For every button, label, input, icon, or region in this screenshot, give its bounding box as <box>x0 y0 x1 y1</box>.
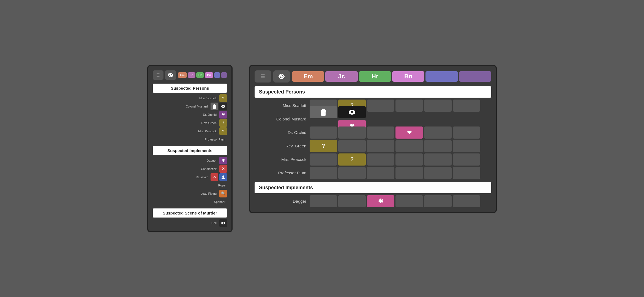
svg-point-7 <box>222 175 224 177</box>
large-cell-pp-6[interactable] <box>453 167 480 179</box>
large-cell-rg-jc[interactable] <box>338 140 366 152</box>
small-implements-section: Suspected Implements Dagger ✱ Candlestic… <box>153 146 227 206</box>
large-tab-em[interactable]: Em <box>292 71 324 82</box>
large-cell-rg-5[interactable] <box>424 140 452 152</box>
large-cell-da-bn[interactable] <box>395 195 423 207</box>
small-cell-colonel-mustard-hr[interactable] <box>219 103 227 110</box>
large-persons-section: Suspected Persons Miss Scarlett ? <box>255 86 491 179</box>
large-implements-rows: Dagger ✱ <box>255 195 491 208</box>
large-cell-pp-hr[interactable] <box>367 167 394 179</box>
small-label-dr-orchid: Dr. Orchid <box>153 113 218 116</box>
small-cell-lead-piping-em[interactable]: 🔍 <box>219 190 227 197</box>
large-tab-5[interactable] <box>425 71 458 82</box>
large-tab-6[interactable] <box>459 71 491 82</box>
large-cell-do-em[interactable] <box>310 127 337 139</box>
large-cell-mp-hr[interactable] <box>367 153 394 166</box>
large-label-rev-green: Rev. Green <box>255 144 310 148</box>
small-row-professor-plum: Professor Plum <box>153 136 227 143</box>
large-cell-mp-6[interactable] <box>453 153 480 166</box>
small-label-colonel-mustard: Colonel Mustard <box>153 105 209 108</box>
small-row-colonel-mustard: Colonel Mustard <box>153 103 227 110</box>
large-cell-pp-5[interactable] <box>424 167 452 179</box>
large-cell-do-bn[interactable]: ❤ <box>395 127 423 139</box>
large-cell-mp-em[interactable] <box>310 153 337 166</box>
large-cell-cm-em[interactable] <box>310 106 337 118</box>
large-cell-rg-bn[interactable] <box>395 140 423 152</box>
small-persons-header: Suspected Persons <box>153 84 227 93</box>
large-cell-da-hr[interactable]: ✱ <box>367 195 394 207</box>
large-label-dr-orchid: Dr. Orchid <box>255 130 310 135</box>
large-cell-mp-bn[interactable] <box>395 153 423 166</box>
svg-point-6 <box>223 106 223 107</box>
small-tab-5[interactable] <box>214 72 220 78</box>
large-tab-hr[interactable]: Hr <box>359 71 391 82</box>
small-label-lead-piping: Lead Piping <box>153 192 218 195</box>
large-label-professor-plum: Professor Plum <box>255 170 310 175</box>
large-cell-pp-jc[interactable] <box>338 167 366 179</box>
svg-point-17 <box>352 112 353 112</box>
large-cell-rg-hr[interactable] <box>367 140 394 152</box>
large-cell-da-6[interactable] <box>453 195 480 207</box>
large-label-mrs-peacock: Mrs. Peacock <box>255 157 310 162</box>
small-row-rev-green: Rev. Green ? <box>153 119 227 127</box>
small-cell-colonel-mustard-em[interactable] <box>211 103 218 110</box>
small-cell-mrs-peacock-jc[interactable]: ? <box>219 127 227 135</box>
small-menu-button[interactable]: ☰ <box>153 70 163 80</box>
small-tab-em[interactable]: Em <box>178 72 187 78</box>
large-menu-button[interactable]: ☰ <box>255 70 271 82</box>
large-cell-do-jc[interactable] <box>338 127 366 139</box>
large-row-dr-orchid: Dr. Orchid ❤ <box>255 126 491 139</box>
small-cell-miss-scarlett-em[interactable]: ? <box>219 94 227 102</box>
large-row-dagger: Dagger ✱ <box>255 195 491 208</box>
large-cell-pp-em[interactable] <box>310 167 337 179</box>
large-cell-mp-5[interactable] <box>424 153 452 166</box>
large-cell-da-jc[interactable] <box>338 195 366 207</box>
small-label-candlestick: Candlestick <box>153 167 218 170</box>
large-cell-da-em[interactable] <box>310 195 337 207</box>
small-label-revolver: Revolver <box>153 175 209 179</box>
small-cell-hall-em[interactable] <box>219 219 227 227</box>
small-persons-rows: Miss Scarlett ? Colonel Mustard Dr. Orch… <box>153 94 227 143</box>
small-toolbar: ☰ Em Jc Hr Bn <box>153 70 227 80</box>
large-cells-dagger: ✱ <box>310 195 491 207</box>
small-label-miss-scarlett: Miss Scarlett <box>153 97 218 100</box>
small-row-miss-scarlett: Miss Scarlett ? <box>153 94 227 102</box>
large-cell-mp-jc[interactable]: ? <box>338 153 366 166</box>
large-implements-section: Suspected Implements Dagger ✱ <box>255 182 491 208</box>
small-eye-button[interactable] <box>165 70 176 80</box>
large-player-tabs: Em Jc Hr Bn <box>292 71 491 82</box>
small-label-spanner: Spanner <box>153 200 227 204</box>
small-cell-candlestick-em[interactable]: ✕ <box>219 165 227 173</box>
large-cells-professor-plum <box>310 167 491 179</box>
small-tab-bn[interactable]: Bn <box>205 72 213 78</box>
large-cell-do-6[interactable] <box>453 127 480 139</box>
small-tab-6[interactable] <box>221 72 227 78</box>
large-cell-do-5[interactable] <box>424 127 452 139</box>
large-implements-header: Suspected Implements <box>255 182 491 193</box>
large-cell-rg-em[interactable]: ? <box>310 140 337 152</box>
large-tab-bn[interactable]: Bn <box>392 71 424 82</box>
small-cell-revolver-em[interactable]: ✕ <box>211 173 218 181</box>
large-tab-jc[interactable]: Jc <box>325 71 358 82</box>
small-label-mrs-peacock: Mrs. Peacock <box>153 130 218 133</box>
small-cell-revolver-jc[interactable] <box>219 173 227 181</box>
large-persons-rows: Miss Scarlett ? Colonel Mustard <box>255 99 491 179</box>
small-implements-header: Suspected Implements <box>153 146 227 155</box>
small-tab-jc[interactable]: Jc <box>188 72 195 78</box>
large-cell-rg-6[interactable] <box>453 140 480 152</box>
large-cell-do-hr[interactable] <box>367 127 394 139</box>
large-eye-button[interactable] <box>273 70 290 82</box>
small-cell-dagger-jc[interactable]: ✱ <box>219 157 227 164</box>
small-row-revolver: Revolver ✕ <box>153 173 227 181</box>
small-tab-hr[interactable]: Hr <box>196 72 204 78</box>
large-cell-da-5[interactable] <box>424 195 452 207</box>
large-row-rev-green: Rev. Green ? <box>255 140 491 152</box>
small-cell-rev-green-em[interactable]: ? <box>219 119 227 127</box>
large-cell-cm-eye[interactable] <box>338 106 366 118</box>
small-persons-section: Suspected Persons Miss Scarlett ? Colone… <box>153 84 227 143</box>
large-row-colonel-mustard: Colonel Mustard ❤ <box>255 113 491 125</box>
svg-rect-3 <box>214 104 215 105</box>
small-cell-dr-orchid-bn[interactable]: ❤ <box>219 111 227 119</box>
large-cell-pp-bn[interactable] <box>395 167 423 179</box>
svg-rect-14 <box>322 109 325 110</box>
